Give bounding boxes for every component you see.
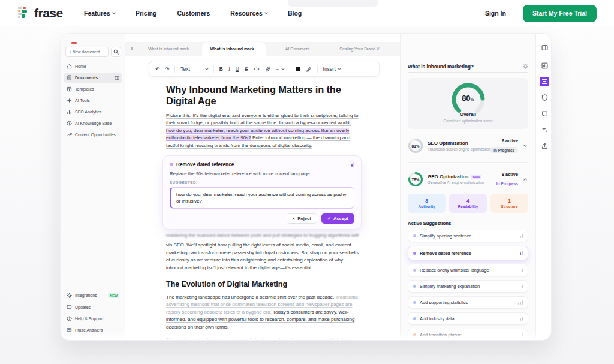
mini-bars-icon [522,333,523,337]
frase-logo-icon [18,7,30,20]
redo-icon[interactable]: ↷ [165,66,169,72]
suggested-text: how do you, dear marketer, reach your au… [170,187,354,209]
suggestion-item[interactable]: Add transition phrase [408,329,528,341]
code-button[interactable]: <> [254,66,260,72]
app-sidebar: + New document Home Documents Templates … [61,34,125,341]
sidebar-item-integrations[interactable]: Integrations NEW [64,290,122,300]
new-tab-button[interactable]: + [125,42,139,56]
sidebar-item-seo-analytics[interactable]: SEO Analytics [64,107,122,117]
sidebar-item-frase-answers[interactable]: Frase Answers [64,325,122,335]
bold-button[interactable]: B [219,66,223,72]
sidebar-item-ai-knowledge-base[interactable]: AI Knowledge Base [64,118,122,128]
dot-icon [413,301,416,304]
panel-toggle-icon[interactable] [536,44,552,51]
panel-toggle-icon[interactable] [115,76,119,80]
optimize-active-icon[interactable] [536,77,552,86]
sidebar-item-documents[interactable]: Documents [64,73,122,83]
sidebar-item-help-support[interactable]: Help & Support [64,314,122,324]
suggestion-item[interactable]: Simplify opening sentence [408,230,528,242]
sign-in-link[interactable]: Sign In [485,10,506,17]
italic-button[interactable]: I [228,66,230,72]
sidebar-item-home[interactable]: Home [64,61,122,71]
paragraph-3: The marketing landscape has undergone a … [166,294,359,331]
export-icon[interactable] [536,143,552,149]
frase-logo[interactable]: frase [18,6,63,20]
mini-bars-icon [522,269,523,272]
dot-icon [413,333,416,336]
nav-customers[interactable]: Customers [177,10,210,17]
query-text: What is inbound marketing? [408,64,474,70]
nav-features[interactable]: Features [84,10,115,17]
nav-resources[interactable]: Resources [230,10,267,17]
nav-blog[interactable]: Blog [288,10,302,17]
app-screenshot-card: + New document Home Documents Templates … [60,33,552,341]
document-body[interactable]: Why Inbound Marketing Matters in the Dig… [166,84,359,341]
suggestion-item-active[interactable]: Remove dated reference [408,246,528,260]
sparkle-icon [67,98,72,103]
suggestion-item[interactable]: Simplify marketing explanation [408,280,528,293]
obscured-line: mastering the nuanced dance between push… [166,232,359,239]
query-row[interactable]: What is inbound marketing? [408,61,528,73]
gauge-value: 80 [462,94,470,103]
undo-icon[interactable]: ↶ [155,66,159,72]
start-trial-button[interactable]: Start My Free Trial [523,5,597,22]
new-document-button[interactable]: + New document [65,47,109,57]
outline-report-icon[interactable] [536,62,552,69]
highlighter-icon[interactable] [306,66,312,72]
overall-score-gauge: 80% Overall Combined optimization score [408,78,528,129]
underline-button[interactable]: U [236,66,239,72]
tab-1[interactable]: What is inbound mark... [139,42,202,56]
help-circle-icon [67,316,72,321]
document-title: Why Inbound Marketing Matters in the Dig… [166,84,359,107]
link-icon[interactable] [265,66,271,72]
stat-structure[interactable]: 1 Structure [490,194,528,213]
chevron-down-icon [112,11,116,14]
accept-button[interactable]: ✓Accept [321,213,354,224]
seo-optimization-row[interactable]: 81% SEO Optimization Traditional search … [408,135,528,157]
mini-bars-icon [520,234,523,238]
text-style-select[interactable]: Text [180,66,208,72]
suggestion-dot-icon [170,163,173,166]
dot-icon [413,252,416,255]
comment-icon[interactable] [536,110,552,117]
geo-optimization-row[interactable]: 78% GEO OptimizationNew Generative AI en… [408,169,528,190]
tab-2-active[interactable]: What is inbound mark... [202,42,266,56]
optimization-panel: What is inbound marketing? 80% Overall C… [400,34,535,341]
editor-area: + What is inbound mark... What is inboun… [125,34,400,341]
stat-authority[interactable]: 3 Authority [408,194,446,213]
paragraph-4: This fundamental change in consumer beha… [166,336,359,341]
suggestion-item[interactable]: Add industry data [408,312,528,325]
check-icon: ✓ [327,216,331,221]
settings-gear-icon[interactable] [523,64,528,70]
sidebar-search-button[interactable] [111,47,121,57]
tab-3[interactable]: AI Document [266,42,329,56]
chevron-down-icon[interactable] [522,145,528,146]
tab-bar: + What is inbound mark... What is inboun… [125,42,400,56]
insert-menu[interactable]: Insert [323,66,341,72]
ai-suggestion-card: Remove dated reference Replace the 90s t… [162,155,362,230]
suggestion-item[interactable]: Add supporting statistics [408,296,528,309]
shield-icon[interactable] [536,94,552,101]
sidebar-item-content-opportunities[interactable]: Content Opportunities [64,130,122,140]
chevron-up-icon[interactable] [522,178,528,181]
strikethrough-button[interactable]: S [245,66,248,72]
ai-sparkle-icon[interactable] [536,126,552,133]
tab-4[interactable]: Scaling Your Brand V... [329,42,393,56]
sidebar-item-updates[interactable]: Updates [64,302,122,312]
reject-button[interactable]: ×Reject [287,213,317,224]
nav-pricing[interactable]: Pricing [136,10,157,17]
mini-bars-icon[interactable] [351,162,355,167]
sidebar-item-templates[interactable]: Templates [64,84,122,94]
align-menu[interactable]: ≡ [276,66,284,72]
seo-status-badge: In Progress [490,147,518,153]
stat-readability[interactable]: 4 Readability [449,194,487,213]
dot-icon [413,285,416,288]
text-color-icon[interactable] [296,67,300,71]
sidebar-item-ai-tools[interactable]: AI Tools [64,95,122,106]
gauge-sublabel: Combined optimization score [408,119,528,123]
suggestion-item[interactable]: Replace overly whimsical language [408,264,528,276]
chat-lines-icon [67,327,72,333]
dot-icon [413,234,416,237]
mini-bars-icon [520,251,523,255]
home-icon [67,64,72,69]
